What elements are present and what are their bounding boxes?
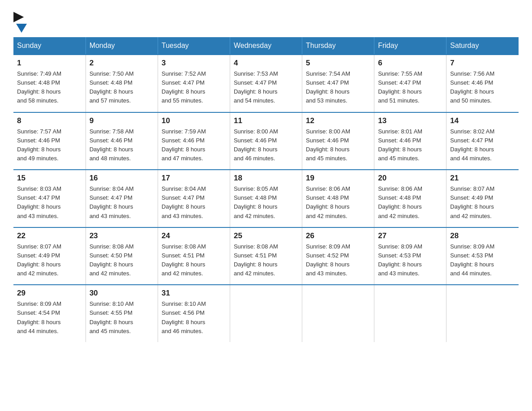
calendar-day-cell: 30 Sunrise: 8:10 AMSunset: 4:55 PMDaylig… xyxy=(86,285,158,342)
calendar-day-cell xyxy=(302,285,374,342)
day-number: 30 xyxy=(90,289,154,298)
weekday-header-thursday: Thursday xyxy=(302,37,374,55)
calendar-day-cell: 21 Sunrise: 8:07 AMSunset: 4:49 PMDaylig… xyxy=(446,170,519,227)
calendar-day-cell xyxy=(446,285,519,342)
day-number: 22 xyxy=(17,231,82,240)
calendar-day-cell: 18 Sunrise: 8:05 AMSunset: 4:48 PMDaylig… xyxy=(230,170,302,227)
calendar-day-cell: 26 Sunrise: 8:09 AMSunset: 4:52 PMDaylig… xyxy=(302,227,374,285)
calendar-day-cell: 8 Sunrise: 7:57 AMSunset: 4:46 PMDayligh… xyxy=(13,112,86,170)
day-number: 13 xyxy=(378,116,442,125)
weekday-header-friday: Friday xyxy=(374,37,446,55)
day-number: 4 xyxy=(234,59,298,68)
day-number: 3 xyxy=(162,59,226,68)
day-number: 28 xyxy=(450,231,515,240)
logo: ▶ xyxy=(13,9,27,33)
day-info: Sunrise: 8:09 AMSunset: 4:54 PMDaylight:… xyxy=(17,300,82,336)
calendar-day-cell: 27 Sunrise: 8:09 AMSunset: 4:53 PMDaylig… xyxy=(374,227,446,285)
calendar-day-cell: 9 Sunrise: 7:58 AMSunset: 4:46 PMDayligh… xyxy=(86,112,158,170)
day-info: Sunrise: 8:10 AMSunset: 4:56 PMDaylight:… xyxy=(162,300,226,336)
weekday-header-saturday: Saturday xyxy=(446,37,519,55)
weekday-header-monday: Monday xyxy=(86,37,158,55)
calendar-week-row: 29 Sunrise: 8:09 AMSunset: 4:54 PMDaylig… xyxy=(13,285,519,342)
day-info: Sunrise: 7:49 AMSunset: 4:48 PMDaylight:… xyxy=(17,69,82,106)
day-info: Sunrise: 7:55 AMSunset: 4:47 PMDaylight:… xyxy=(378,69,442,106)
day-info: Sunrise: 8:06 AMSunset: 4:48 PMDaylight:… xyxy=(378,184,442,221)
day-number: 25 xyxy=(234,231,298,240)
calendar-day-cell: 25 Sunrise: 8:08 AMSunset: 4:51 PMDaylig… xyxy=(230,227,302,285)
weekday-header-sunday: Sunday xyxy=(13,37,86,55)
calendar-week-row: 15 Sunrise: 8:03 AMSunset: 4:47 PMDaylig… xyxy=(13,170,519,227)
day-info: Sunrise: 8:08 AMSunset: 4:51 PMDaylight:… xyxy=(234,242,298,278)
day-info: Sunrise: 8:10 AMSunset: 4:55 PMDaylight:… xyxy=(90,300,154,336)
day-number: 9 xyxy=(90,116,154,125)
day-info: Sunrise: 7:53 AMSunset: 4:47 PMDaylight:… xyxy=(234,69,298,106)
calendar-day-cell: 14 Sunrise: 8:02 AMSunset: 4:47 PMDaylig… xyxy=(446,112,519,170)
calendar-week-row: 8 Sunrise: 7:57 AMSunset: 4:46 PMDayligh… xyxy=(13,112,519,170)
day-info: Sunrise: 7:56 AMSunset: 4:46 PMDaylight:… xyxy=(450,69,515,106)
calendar-day-cell: 17 Sunrise: 8:04 AMSunset: 4:47 PMDaylig… xyxy=(158,170,230,227)
calendar-day-cell: 22 Sunrise: 8:07 AMSunset: 4:49 PMDaylig… xyxy=(13,227,86,285)
weekday-header-tuesday: Tuesday xyxy=(158,37,230,55)
weekday-header-row: SundayMondayTuesdayWednesdayThursdayFrid… xyxy=(13,37,519,55)
day-info: Sunrise: 8:06 AMSunset: 4:48 PMDaylight:… xyxy=(306,184,370,221)
day-info: Sunrise: 8:02 AMSunset: 4:47 PMDaylight:… xyxy=(450,127,515,163)
calendar-day-cell: 6 Sunrise: 7:55 AMSunset: 4:47 PMDayligh… xyxy=(374,55,446,112)
day-info: Sunrise: 7:52 AMSunset: 4:47 PMDaylight:… xyxy=(162,69,226,106)
day-number: 2 xyxy=(90,59,154,68)
calendar-day-cell: 7 Sunrise: 7:56 AMSunset: 4:46 PMDayligh… xyxy=(446,55,519,112)
day-info: Sunrise: 8:08 AMSunset: 4:50 PMDaylight:… xyxy=(90,242,154,278)
calendar-day-cell: 5 Sunrise: 7:54 AMSunset: 4:47 PMDayligh… xyxy=(302,55,374,112)
calendar-day-cell: 16 Sunrise: 8:04 AMSunset: 4:47 PMDaylig… xyxy=(86,170,158,227)
day-info: Sunrise: 8:04 AMSunset: 4:47 PMDaylight:… xyxy=(90,184,154,221)
day-number: 5 xyxy=(306,59,370,68)
calendar-day-cell: 31 Sunrise: 8:10 AMSunset: 4:56 PMDaylig… xyxy=(158,285,230,342)
calendar-day-cell: 1 Sunrise: 7:49 AMSunset: 4:48 PMDayligh… xyxy=(13,55,86,112)
day-info: Sunrise: 8:04 AMSunset: 4:47 PMDaylight:… xyxy=(162,184,226,221)
calendar-day-cell xyxy=(230,285,302,342)
day-number: 19 xyxy=(306,174,370,183)
day-info: Sunrise: 7:57 AMSunset: 4:46 PMDaylight:… xyxy=(17,127,82,163)
calendar-day-cell: 10 Sunrise: 7:59 AMSunset: 4:46 PMDaylig… xyxy=(158,112,230,170)
day-info: Sunrise: 8:03 AMSunset: 4:47 PMDaylight:… xyxy=(17,184,82,221)
calendar-day-cell: 12 Sunrise: 8:00 AMSunset: 4:46 PMDaylig… xyxy=(302,112,374,170)
calendar-day-cell: 20 Sunrise: 8:06 AMSunset: 4:48 PMDaylig… xyxy=(374,170,446,227)
day-info: Sunrise: 8:07 AMSunset: 4:49 PMDaylight:… xyxy=(17,242,82,278)
calendar-day-cell: 23 Sunrise: 8:08 AMSunset: 4:50 PMDaylig… xyxy=(86,227,158,285)
logo-blue-text xyxy=(13,24,27,33)
calendar-day-cell: 3 Sunrise: 7:52 AMSunset: 4:47 PMDayligh… xyxy=(158,55,230,112)
day-number: 29 xyxy=(17,289,82,298)
weekday-header-wednesday: Wednesday xyxy=(230,37,302,55)
day-info: Sunrise: 7:50 AMSunset: 4:48 PMDaylight:… xyxy=(90,69,154,106)
day-number: 12 xyxy=(306,116,370,125)
calendar-day-cell xyxy=(374,285,446,342)
logo-triangle-icon xyxy=(16,24,27,33)
day-number: 20 xyxy=(378,174,442,183)
day-info: Sunrise: 8:01 AMSunset: 4:46 PMDaylight:… xyxy=(378,127,442,163)
day-number: 8 xyxy=(17,116,82,125)
day-info: Sunrise: 8:09 AMSunset: 4:53 PMDaylight:… xyxy=(450,242,515,278)
calendar-day-cell: 4 Sunrise: 7:53 AMSunset: 4:47 PMDayligh… xyxy=(230,55,302,112)
day-info: Sunrise: 8:08 AMSunset: 4:51 PMDaylight:… xyxy=(162,242,226,278)
calendar-day-cell: 15 Sunrise: 8:03 AMSunset: 4:47 PMDaylig… xyxy=(13,170,86,227)
day-number: 1 xyxy=(17,59,82,68)
day-number: 11 xyxy=(234,116,298,125)
day-number: 27 xyxy=(378,231,442,240)
day-info: Sunrise: 7:54 AMSunset: 4:47 PMDaylight:… xyxy=(306,69,370,106)
calendar-day-cell: 28 Sunrise: 8:09 AMSunset: 4:53 PMDaylig… xyxy=(446,227,519,285)
day-info: Sunrise: 7:59 AMSunset: 4:46 PMDaylight:… xyxy=(162,127,226,163)
day-number: 21 xyxy=(450,174,515,183)
day-info: Sunrise: 8:05 AMSunset: 4:48 PMDaylight:… xyxy=(234,184,298,221)
day-info: Sunrise: 7:58 AMSunset: 4:46 PMDaylight:… xyxy=(90,127,154,163)
day-info: Sunrise: 8:00 AMSunset: 4:46 PMDaylight:… xyxy=(306,127,370,163)
calendar-day-cell: 11 Sunrise: 8:00 AMSunset: 4:46 PMDaylig… xyxy=(230,112,302,170)
day-info: Sunrise: 8:09 AMSunset: 4:52 PMDaylight:… xyxy=(306,242,370,278)
calendar-day-cell: 24 Sunrise: 8:08 AMSunset: 4:51 PMDaylig… xyxy=(158,227,230,285)
calendar-week-row: 22 Sunrise: 8:07 AMSunset: 4:49 PMDaylig… xyxy=(13,227,519,285)
calendar-day-cell: 2 Sunrise: 7:50 AMSunset: 4:48 PMDayligh… xyxy=(86,55,158,112)
day-number: 16 xyxy=(90,174,154,183)
day-number: 23 xyxy=(90,231,154,240)
page-header: ▶ xyxy=(13,9,519,33)
day-number: 14 xyxy=(450,116,515,125)
calendar-table: SundayMondayTuesdayWednesdayThursdayFrid… xyxy=(13,37,519,342)
day-number: 7 xyxy=(450,59,515,68)
